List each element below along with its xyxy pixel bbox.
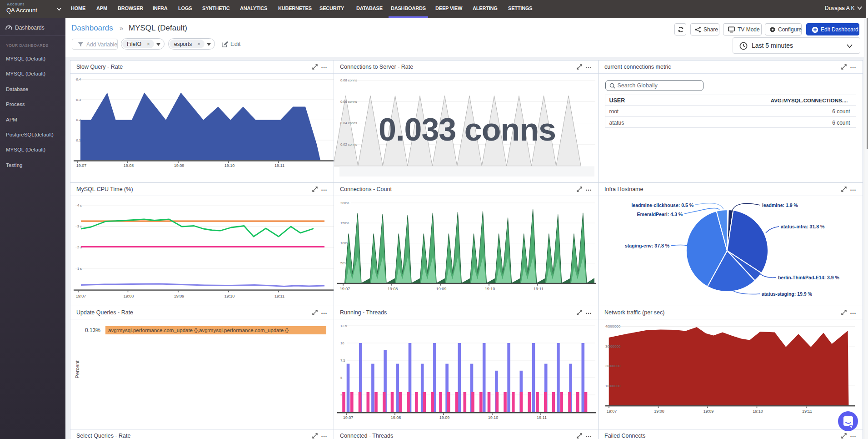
svg-text:10: 10 bbox=[340, 341, 344, 345]
svg-text:30000000: 30000000 bbox=[605, 344, 620, 348]
svg-text:19:09: 19:09 bbox=[439, 415, 450, 420]
svg-text:19:10: 19:10 bbox=[488, 415, 499, 420]
svg-text:0.1: 0.1 bbox=[76, 138, 81, 142]
svg-text:EmeraldPearl: 4.3 %: EmeraldPearl: 4.3 % bbox=[637, 212, 683, 217]
svg-text:1 s: 1 s bbox=[77, 267, 82, 271]
svg-text:19:08: 19:08 bbox=[654, 409, 664, 414]
svg-text:staging-env: 37.8 %: staging-env: 37.8 % bbox=[625, 243, 670, 248]
svg-text:0.13%: 0.13% bbox=[85, 327, 100, 333]
svg-text:19:09: 19:09 bbox=[174, 163, 185, 168]
svg-text:19:08: 19:08 bbox=[124, 294, 134, 298]
svg-text:19:11: 19:11 bbox=[534, 287, 544, 291]
svg-text:leadmine-clickhouse: 0.5 %: leadmine-clickhouse: 0.5 % bbox=[631, 202, 693, 208]
svg-text:0.04 conns: 0.04 conns bbox=[340, 121, 357, 125]
svg-text:150%: 150% bbox=[340, 221, 349, 225]
svg-text:0.08 conns: 0.08 conns bbox=[340, 78, 357, 82]
svg-text:19:10: 19:10 bbox=[224, 163, 235, 168]
svg-text:19:09: 19:09 bbox=[436, 287, 447, 291]
svg-text:19:07: 19:07 bbox=[607, 409, 617, 414]
svg-text:40000000: 40000000 bbox=[605, 324, 620, 328]
svg-text:19:07: 19:07 bbox=[76, 163, 87, 168]
svg-text:3 s: 3 s bbox=[77, 224, 82, 228]
svg-text:19:11: 19:11 bbox=[537, 415, 547, 420]
svg-text:atatus-staging: 19.9 %: atatus-staging: 19.9 % bbox=[762, 291, 813, 297]
svg-text:200%: 200% bbox=[340, 201, 349, 205]
svg-text:0.4: 0.4 bbox=[76, 77, 81, 81]
svg-text:avg:mysql.performance.com_upda: avg:mysql.performance.com_update {},avg:… bbox=[108, 328, 289, 333]
svg-text:19:09: 19:09 bbox=[174, 294, 185, 298]
svg-text:0.2: 0.2 bbox=[76, 118, 81, 122]
svg-text:19:11: 19:11 bbox=[274, 163, 284, 168]
svg-text:19:11: 19:11 bbox=[274, 294, 284, 298]
svg-text:19:10: 19:10 bbox=[485, 287, 495, 291]
svg-text:Percent: Percent bbox=[75, 360, 80, 378]
svg-text:19:07: 19:07 bbox=[340, 287, 350, 291]
svg-text:19:07: 19:07 bbox=[343, 415, 354, 420]
svg-text:leadmine: 1.9 %: leadmine: 1.9 % bbox=[762, 202, 798, 208]
svg-text:12.5: 12.5 bbox=[340, 324, 347, 328]
svg-text:19:08: 19:08 bbox=[391, 415, 401, 420]
svg-text:19:11: 19:11 bbox=[802, 409, 812, 414]
svg-text:19:08: 19:08 bbox=[124, 163, 134, 168]
svg-text:20000000: 20000000 bbox=[605, 364, 620, 368]
svg-text:19:09: 19:09 bbox=[703, 409, 714, 414]
svg-text:0.3: 0.3 bbox=[76, 98, 81, 102]
svg-text:19:08: 19:08 bbox=[388, 287, 398, 291]
svg-text:19:10: 19:10 bbox=[224, 294, 235, 298]
svg-text:5: 5 bbox=[340, 376, 342, 380]
svg-text:atatus-infra: 31.8 %: atatus-infra: 31.8 % bbox=[781, 224, 825, 229]
svg-text:0.02 conns: 0.02 conns bbox=[340, 142, 357, 146]
svg-text:10000000: 10000000 bbox=[605, 384, 620, 388]
svg-text:19:07: 19:07 bbox=[76, 294, 86, 298]
svg-text:4 s: 4 s bbox=[77, 203, 82, 207]
svg-text:7.5: 7.5 bbox=[340, 358, 345, 363]
svg-text:19:10: 19:10 bbox=[753, 409, 763, 414]
svg-text:berlin-ThinkPad-E14: 3.9 %: berlin-ThinkPad-E14: 3.9 % bbox=[778, 275, 839, 280]
svg-text:0.033 conns: 0.033 conns bbox=[379, 112, 556, 147]
svg-text:0.06 conns: 0.06 conns bbox=[340, 100, 357, 104]
